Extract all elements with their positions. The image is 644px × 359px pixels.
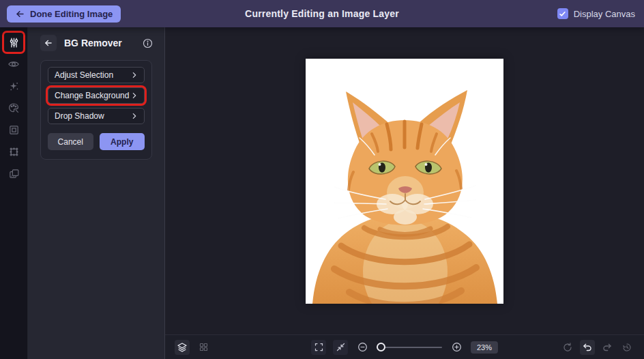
display-canvas-label: Display Canvas (574, 9, 635, 19)
canvas-area (165, 27, 644, 334)
bottom-toolbar: 23% (165, 334, 644, 359)
panel-card: Adjust Selection Change Background Drop … (40, 60, 152, 160)
top-bar: Done Editing Image Currently Editing an … (0, 0, 644, 27)
info-button[interactable] (142, 38, 153, 49)
grid-view-button[interactable] (196, 340, 211, 355)
fit-screen-button[interactable] (333, 340, 348, 355)
zoom-in-icon (450, 341, 462, 353)
fit-screen-icon (335, 342, 345, 352)
check-icon (559, 10, 566, 18)
chevron-right-icon (131, 113, 138, 119)
arrow-left-icon (44, 38, 53, 48)
toolbar-right-group (560, 340, 634, 355)
frame-icon (8, 124, 20, 136)
redo-icon (602, 342, 613, 353)
done-editing-button[interactable]: Done Editing Image (7, 5, 121, 23)
display-canvas-toggle: Display Canvas (557, 8, 635, 19)
arrow-left-icon (15, 9, 25, 19)
layers-icon (177, 342, 188, 353)
undo-button[interactable] (580, 340, 595, 355)
duplicate-icon (8, 168, 20, 180)
zoom-in-button[interactable] (449, 340, 464, 355)
change-background-button[interactable]: Change Background (48, 87, 145, 104)
tool-sidebar (0, 27, 28, 359)
cancel-button[interactable]: Cancel (48, 133, 93, 150)
zoom-controls: 23% (311, 340, 498, 355)
chevron-right-icon (131, 92, 138, 99)
zoom-percent-readout[interactable]: 23% (471, 341, 498, 354)
sidebar-item-adjust[interactable] (4, 33, 23, 52)
selection-icon (8, 146, 20, 158)
fullscreen-icon (313, 342, 323, 352)
drop-shadow-label: Drop Shadow (55, 111, 104, 121)
eye-icon (8, 58, 20, 70)
sidebar-item-draw[interactable] (4, 98, 23, 117)
apply-button[interactable]: Apply (100, 133, 145, 150)
done-editing-label: Done Editing Image (30, 9, 113, 19)
display-canvas-checkbox[interactable] (557, 8, 568, 19)
adjust-selection-button[interactable]: Adjust Selection (48, 67, 145, 83)
info-icon (142, 38, 153, 49)
zoom-slider-track (377, 347, 442, 348)
panel-title: BG Remover (64, 38, 122, 48)
grid-icon (199, 342, 209, 352)
sidebar-item-blend[interactable] (4, 164, 23, 183)
palette-icon (8, 102, 20, 114)
layers-button[interactable] (175, 340, 190, 355)
toolbar-left-group (175, 340, 211, 355)
sidebar-item-effects[interactable] (4, 76, 23, 96)
panel-actions: Cancel Apply (48, 133, 145, 150)
sparkles-icon (8, 81, 20, 92)
bg-remover-panel: BG Remover Adjust Selection Change Backg… (28, 27, 165, 359)
redo-button[interactable] (600, 340, 615, 355)
sidebar-item-outline[interactable] (4, 142, 23, 161)
history-icon (621, 342, 632, 353)
cat-image (306, 59, 503, 304)
history-button[interactable] (619, 340, 634, 355)
reset-button[interactable] (560, 340, 575, 355)
chevron-right-icon (131, 72, 138, 78)
adjust-sliders-icon (8, 37, 20, 48)
reset-icon (562, 342, 573, 353)
drop-shadow-button[interactable]: Drop Shadow (48, 108, 145, 124)
back-button[interactable] (40, 35, 57, 51)
zoom-slider[interactable] (377, 343, 442, 352)
zoom-out-icon (356, 341, 368, 353)
fullscreen-button[interactable] (311, 340, 326, 355)
change-background-label: Change Background (55, 91, 129, 100)
zoom-out-button[interactable] (355, 340, 370, 355)
sidebar-item-eye[interactable] (4, 55, 23, 74)
image-artboard[interactable] (306, 59, 503, 304)
undo-icon (582, 342, 593, 353)
adjust-selection-label: Adjust Selection (55, 70, 113, 80)
panel-header: BG Remover (28, 27, 164, 59)
zoom-slider-handle[interactable] (377, 343, 385, 351)
sidebar-item-canvas[interactable] (4, 120, 23, 139)
page-title: Currently Editing an Image Layer (245, 8, 399, 19)
image-editor-app: Done Editing Image Currently Editing an … (0, 0, 644, 359)
